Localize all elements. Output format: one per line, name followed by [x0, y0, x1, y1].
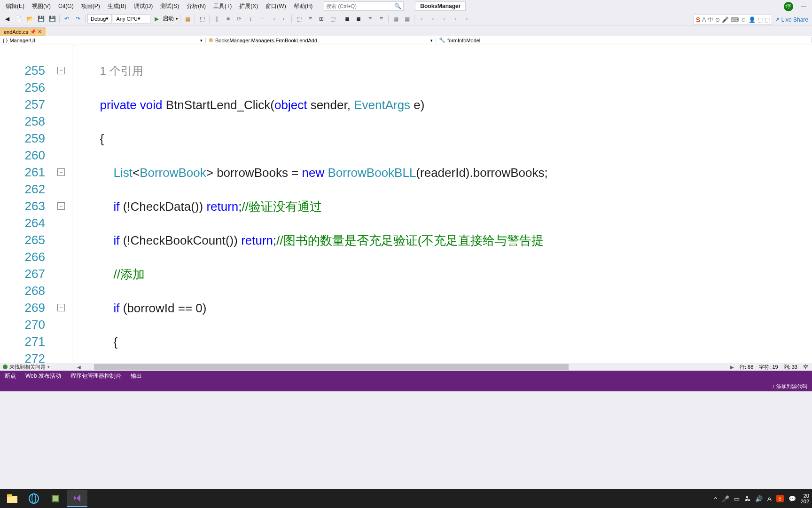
open-button[interactable]: 📂: [24, 14, 35, 24]
tool-icon[interactable]: ≣: [353, 14, 364, 24]
start-button[interactable]: ▶: [151, 14, 162, 24]
menu-project[interactable]: 项目(P): [78, 1, 104, 11]
horizontal-scrollbar[interactable]: 未找到相关问题 ▾ ◀ ▶ 行: 88 字符: 19 列: 33 空: [0, 363, 812, 371]
tray-network-icon[interactable]: 🖧: [744, 495, 750, 502]
scroll-left-icon[interactable]: ◀: [75, 365, 83, 370]
namespace-icon: { }: [3, 38, 8, 43]
tool-icon[interactable]: ◦: [439, 14, 449, 24]
undo-button[interactable]: ↶: [62, 14, 72, 24]
fold-column: − − − −: [52, 45, 72, 363]
fold-toggle[interactable]: −: [57, 202, 65, 210]
fold-toggle[interactable]: −: [57, 304, 65, 311]
tray-clock[interactable]: 20 202: [801, 493, 809, 504]
tray-battery-icon[interactable]: ▭: [734, 495, 740, 502]
ime-icon: ⊙: [715, 16, 720, 23]
tool-icon[interactable]: →: [268, 14, 278, 24]
menu-help[interactable]: 帮助(H): [290, 1, 317, 11]
separator: [180, 15, 180, 23]
tool-icon[interactable]: ↓: [245, 14, 256, 24]
start-dropdown-icon[interactable]: ▾: [176, 16, 178, 21]
menu-build[interactable]: 生成(B): [104, 1, 130, 11]
menu-edit[interactable]: 编辑(E): [2, 1, 28, 11]
tool-icon[interactable]: ≡: [365, 14, 375, 24]
redo-button[interactable]: ↷: [73, 14, 83, 24]
tool-icon[interactable]: ⟳: [234, 14, 244, 24]
save-all-button[interactable]: 💾: [47, 14, 57, 24]
cursor-position: 行: 88 字符: 19 列: 33 空: [736, 364, 812, 371]
ime-panel[interactable]: S A 中 ⊙ 🎤 ⌨ ☺ 👤 ⬚ ⬚: [694, 15, 772, 25]
share-icon: ↗: [775, 16, 780, 23]
search-box[interactable]: 🔍: [324, 1, 404, 11]
new-file-button[interactable]: 📄: [13, 14, 23, 24]
menu-git[interactable]: Git(G): [55, 2, 78, 10]
tray-chevron-icon[interactable]: ^: [714, 495, 717, 502]
menu-test[interactable]: 测试(S): [156, 1, 183, 11]
output-tab-output[interactable]: 输出: [126, 371, 147, 381]
close-tab-icon[interactable]: ✕: [38, 29, 42, 35]
class-crumb[interactable]: ⬢ BooksManager.Managers.FrmBookLendAdd ▾: [206, 37, 436, 43]
tool-icon[interactable]: ■: [223, 14, 233, 24]
search-icon[interactable]: 🔍: [394, 3, 401, 9]
menu-view[interactable]: 视图(V): [28, 1, 55, 11]
tool-icon[interactable]: ≣: [342, 14, 352, 24]
tool-icon[interactable]: ⊞: [316, 14, 327, 24]
breadcrumb-bar: { } ManagerUI ▾ ⬢ BooksManager.Managers.…: [0, 36, 812, 45]
taskbar-app-icon[interactable]: [45, 490, 66, 507]
file-explorer-icon[interactable]: [2, 490, 23, 507]
ime-icon: 中: [708, 16, 713, 24]
tool-icon[interactable]: ◦: [450, 14, 461, 24]
platform-dropdown[interactable]: Any CPU ▾: [113, 14, 150, 24]
output-tab-breakpoints[interactable]: 断点: [0, 371, 21, 381]
browser-icon[interactable]: [23, 490, 44, 507]
fold-toggle[interactable]: −: [57, 168, 65, 176]
nav-back-button[interactable]: ◀: [2, 14, 12, 24]
config-dropdown[interactable]: Debug ▾: [87, 14, 112, 24]
tool-icon[interactable]: ≡: [376, 14, 386, 24]
visual-studio-icon[interactable]: [67, 490, 87, 507]
code-content[interactable]: 1 个引用 private void BtnStartLend_Click(ob…: [72, 45, 812, 363]
menu-debug[interactable]: 调试(D): [130, 1, 157, 11]
namespace-crumb[interactable]: { } ManagerUI ▾: [0, 38, 206, 43]
menu-window[interactable]: 窗口(W): [262, 1, 289, 11]
save-button[interactable]: 💾: [36, 14, 46, 24]
start-label[interactable]: 启动: [163, 15, 174, 23]
app-name: BooksManager: [415, 1, 466, 11]
file-tab-active[interactable]: endAdd.cs 📌 ✕: [0, 27, 46, 36]
menu-tools[interactable]: 工具(T): [210, 1, 235, 11]
tray-volume-icon[interactable]: 🔊: [755, 495, 763, 502]
output-tab-pmc[interactable]: 程序包管理器控制台: [66, 371, 126, 381]
tray-notif-icon[interactable]: 💬: [789, 495, 796, 502]
sogou-tray-icon[interactable]: S: [776, 495, 784, 502]
tool-icon[interactable]: ⬚: [197, 14, 207, 24]
tool-icon[interactable]: ‖: [211, 14, 222, 24]
user-avatar[interactable]: t字: [784, 2, 793, 11]
tool-icon[interactable]: ◦: [461, 14, 472, 24]
tool-icon[interactable]: ◦: [428, 14, 438, 24]
tray-ime-icon[interactable]: A: [767, 495, 772, 502]
code-editor[interactable]: 2552562572582592602612622632642652662672…: [0, 45, 812, 363]
live-share-button[interactable]: ↗ Live Share: [775, 16, 808, 23]
tool-icon[interactable]: ⬚: [328, 14, 338, 24]
tool-icon[interactable]: ▦: [390, 14, 401, 24]
menu-analyze[interactable]: 分析(N): [183, 1, 210, 11]
tool-icon[interactable]: ▦: [402, 14, 412, 24]
pin-icon[interactable]: 📌: [30, 29, 36, 34]
ok-icon: [3, 365, 8, 369]
tool-icon[interactable]: ←: [279, 14, 289, 24]
tray-mic-icon[interactable]: 🎤: [722, 495, 729, 502]
member-crumb[interactable]: 🔧 formInfoModel: [436, 37, 812, 43]
issues-indicator[interactable]: 未找到相关问题 ▾: [0, 364, 75, 371]
fold-toggle[interactable]: −: [57, 67, 65, 74]
scroll-right-icon[interactable]: ▶: [728, 365, 736, 370]
git-add-source[interactable]: ↑ 添加到源代码: [772, 383, 807, 390]
tool-icon[interactable]: ◦: [416, 14, 427, 24]
tool-icon[interactable]: ↑: [257, 14, 267, 24]
minimize-button[interactable]: —: [799, 2, 808, 11]
search-input[interactable]: [326, 3, 394, 9]
tool-icon[interactable]: ≡: [305, 14, 315, 24]
output-tab-webpublish[interactable]: Web 发布活动: [21, 371, 66, 381]
menu-extensions[interactable]: 扩展(X): [235, 1, 262, 11]
scroll-thumb[interactable]: [94, 364, 569, 370]
tool-icon[interactable]: ▦: [182, 14, 193, 24]
tool-icon[interactable]: ⬚: [294, 14, 304, 24]
